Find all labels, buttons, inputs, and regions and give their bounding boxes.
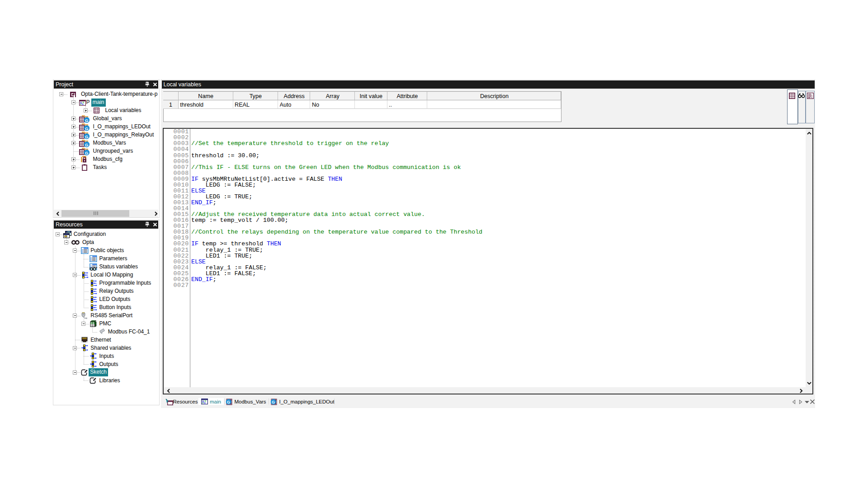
svg-text:G: G (85, 142, 88, 147)
svg-text:G: G (85, 134, 88, 139)
svg-text:G: G (85, 117, 88, 122)
svg-text:G: G (85, 150, 88, 155)
svg-text:G: G (227, 400, 230, 404)
svg-text:G: G (272, 400, 275, 404)
svg-text:G: G (85, 126, 88, 131)
